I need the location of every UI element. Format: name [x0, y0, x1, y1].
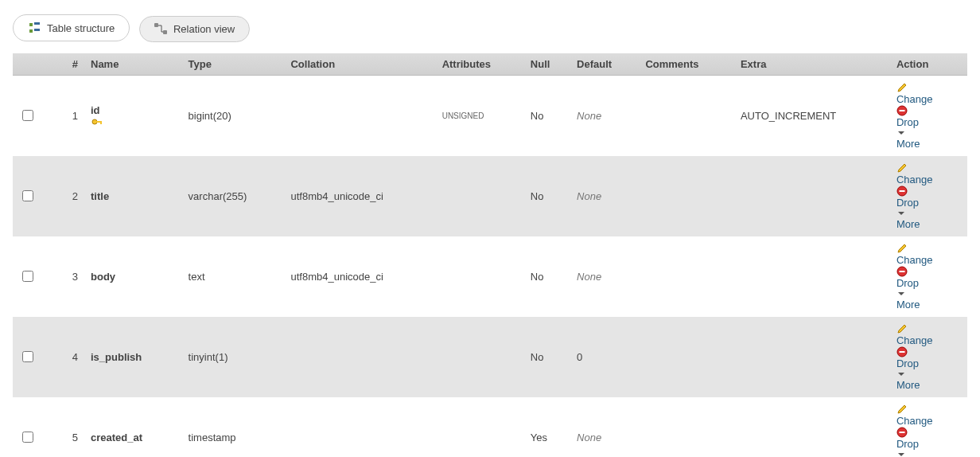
svg-rect-12: [899, 190, 904, 192]
drop-link[interactable]: Drop: [896, 116, 919, 128]
svg-rect-3: [34, 29, 40, 31]
row-checkbox[interactable]: [22, 110, 33, 121]
col-comments: [639, 156, 734, 236]
col-extra: [734, 156, 890, 236]
th-null: Null: [524, 53, 570, 76]
th-default: Default: [570, 53, 639, 76]
table-row: 2 title varchar(255) utf8mb4_unicode_ci …: [13, 156, 967, 236]
svg-rect-10: [899, 110, 904, 111]
svg-rect-5: [163, 30, 167, 34]
pencil-icon: [896, 162, 961, 174]
drop-link[interactable]: Drop: [896, 357, 919, 369]
svg-rect-1: [29, 29, 33, 33]
drop-link[interactable]: Drop: [896, 197, 919, 209]
col-extra: [734, 236, 890, 317]
pencil-icon: [896, 404, 961, 415]
col-type: timestamp: [182, 397, 285, 458]
col-collation: [284, 397, 435, 458]
table-row: 5 created_at timestamp Yes None Change D…: [13, 397, 967, 458]
minus-circle-icon: [896, 105, 961, 116]
pencil-icon: [896, 82, 961, 93]
col-attributes: [436, 156, 524, 236]
col-extra: AUTO_INCREMENT: [734, 75, 890, 156]
pencil-icon: [896, 243, 961, 254]
col-collation: [284, 75, 435, 156]
col-number: 3: [49, 236, 84, 317]
col-number: 1: [49, 75, 84, 156]
svg-rect-2: [34, 22, 40, 25]
col-comments: [639, 317, 734, 397]
col-default: None: [570, 236, 639, 317]
col-name: created_at: [91, 432, 142, 443]
col-extra: [734, 397, 890, 458]
svg-rect-16: [899, 351, 904, 353]
col-type: tinyint(1): [182, 317, 285, 397]
svg-rect-8: [100, 121, 102, 124]
col-default: None: [570, 156, 639, 236]
chevron-down-icon: [896, 289, 961, 299]
row-checkbox[interactable]: [22, 190, 33, 201]
col-number: 5: [49, 397, 84, 458]
th-type: Type: [182, 53, 285, 76]
th-attributes: Attributes: [436, 53, 524, 76]
col-null: Yes: [524, 397, 570, 458]
col-collation: utf8mb4_unicode_ci: [284, 156, 435, 236]
change-link[interactable]: Change: [896, 415, 933, 427]
col-type: bigint(20): [182, 75, 285, 156]
table-row: 4 is_publish tinyint(1) No 0 Change Drop…: [13, 317, 967, 397]
row-checkbox[interactable]: [22, 271, 33, 282]
col-comments: [639, 236, 734, 317]
col-name: body: [91, 271, 115, 283]
minus-circle-icon: [896, 266, 961, 277]
drop-link[interactable]: Drop: [896, 277, 919, 289]
col-collation: utf8mb4_unicode_ci: [284, 236, 435, 317]
col-attributes: UNSIGNED: [436, 75, 524, 156]
relation-icon: [154, 23, 167, 34]
more-link[interactable]: More: [896, 299, 920, 311]
tab-table-structure[interactable]: Table structure: [13, 14, 130, 41]
col-null: No: [524, 75, 570, 156]
table-row: 1 id bigint(20) UNSIGNED No None AUTO_IN…: [13, 75, 967, 156]
minus-circle-icon: [896, 346, 961, 357]
change-link[interactable]: Change: [896, 254, 933, 266]
change-link[interactable]: Change: [896, 174, 933, 186]
col-default: 0: [570, 317, 639, 397]
col-number: 2: [49, 156, 84, 236]
th-collation: Collation: [284, 53, 435, 76]
chevron-down-icon: [896, 369, 961, 379]
col-default: None: [570, 75, 639, 156]
col-null: No: [524, 156, 570, 236]
chevron-down-icon: [896, 128, 961, 138]
chevron-down-icon: [896, 209, 961, 218]
more-link[interactable]: More: [896, 218, 920, 230]
th-action: Action: [890, 53, 967, 76]
tab-label: Relation view: [173, 23, 235, 35]
columns-table: # Name Type Collation Attributes Null De…: [13, 53, 967, 458]
col-default: None: [570, 397, 639, 458]
col-name: title: [91, 190, 109, 202]
row-checkbox[interactable]: [22, 351, 33, 362]
structure-icon: [28, 21, 41, 34]
svg-rect-18: [899, 432, 904, 433]
th-name: Name: [84, 53, 182, 76]
row-checkbox[interactable]: [22, 432, 33, 443]
col-attributes: [436, 236, 524, 317]
more-link[interactable]: More: [896, 138, 920, 150]
col-collation: [284, 317, 435, 397]
col-number: 4: [49, 317, 84, 397]
svg-rect-14: [899, 271, 904, 272]
table-row: 3 body text utf8mb4_unicode_ci No None C…: [13, 236, 967, 317]
col-extra: [734, 317, 890, 397]
minus-circle-icon: [896, 427, 961, 438]
chevron-down-icon: [896, 450, 961, 458]
svg-rect-0: [29, 23, 33, 26]
more-link[interactable]: More: [896, 379, 920, 391]
svg-rect-4: [154, 23, 158, 27]
change-link[interactable]: Change: [896, 93, 933, 105]
change-link[interactable]: Change: [896, 334, 933, 346]
tab-relation-view[interactable]: Relation view: [139, 16, 250, 42]
minus-circle-icon: [896, 186, 961, 197]
col-comments: [639, 397, 734, 458]
col-attributes: [436, 317, 524, 397]
drop-link[interactable]: Drop: [896, 438, 919, 450]
